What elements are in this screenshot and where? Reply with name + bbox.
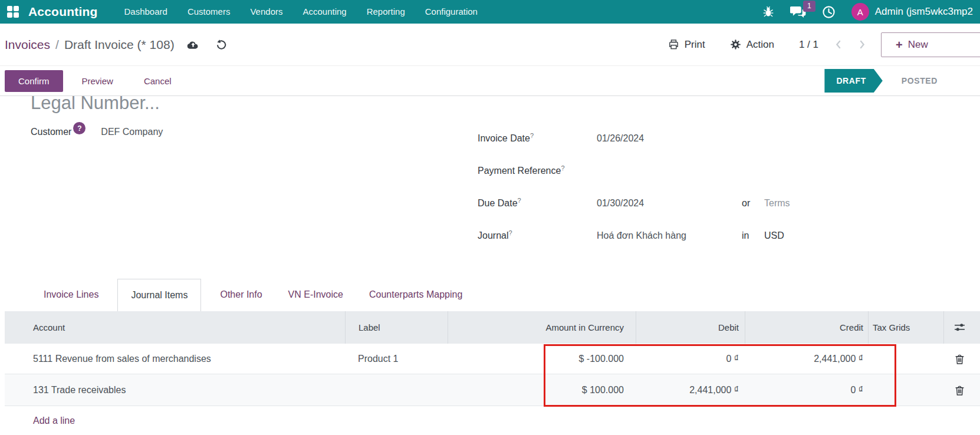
form-statusbar: Confirm Preview Cancel DRAFT POSTED [0, 66, 980, 96]
journal-conjunction: in [742, 230, 764, 241]
nav-item-customers[interactable]: Customers [177, 0, 241, 24]
due-date-row: Due Date? 01/30/2024 or Terms [478, 187, 980, 219]
help-mark: ? [530, 132, 534, 139]
tab-vn-e-invoice[interactable]: VN E-Invoice [275, 279, 356, 311]
user-menu[interactable]: A Admin (jsm5wkc3mp2 [851, 3, 973, 21]
tab-counterparts-mapping[interactable]: Counterparts Mapping [356, 279, 475, 311]
journal-row: Journal? Hoá đơn Khách hàng in USD [478, 219, 980, 252]
column-header-account: Account [5, 311, 345, 344]
table-header-row: Account Label Amount in Currency Debit C… [5, 311, 980, 344]
column-header-amount-in-currency: Amount in Currency [448, 311, 636, 344]
due-date-conjunction: or [742, 198, 764, 209]
plus-icon: + [896, 41, 903, 49]
breadcrumb-separator: / [55, 38, 59, 52]
top-navbar: Accounting Dashboard Customers Vendors A… [0, 0, 980, 24]
cell-debit[interactable]: 2,441,000 ₫ [636, 385, 745, 396]
trash-icon [955, 385, 964, 396]
print-button[interactable]: Print [668, 39, 705, 51]
pager-next-icon[interactable] [859, 39, 866, 50]
trash-icon [955, 354, 964, 364]
customer-label: Customer [31, 127, 71, 137]
add-line-row: Add a line [5, 406, 980, 426]
invoice-form-sheet: Legal Number... Customer ? DEF Company I… [0, 96, 980, 435]
new-button[interactable]: + New [881, 32, 980, 57]
help-mark: ? [518, 197, 521, 204]
pager-counter: 1 / 1 [799, 39, 818, 51]
column-header-label: Label [345, 311, 448, 344]
avatar: A [851, 3, 869, 21]
cell-amount-in-currency[interactable]: $ -100.000 [448, 354, 636, 364]
column-header-debit: Debit [636, 311, 745, 344]
invoice-date-label: Invoice Date? [478, 132, 597, 144]
nav-item-reporting[interactable]: Reporting [357, 0, 415, 24]
breadcrumb-invoices-link[interactable]: Invoices [5, 38, 50, 52]
journal-value[interactable]: Hoá đơn Khách hàng [597, 230, 742, 241]
discard-undo-icon[interactable] [215, 39, 227, 51]
payment-reference-label: Payment Reference? [478, 164, 597, 176]
payment-reference-row: Payment Reference? [478, 154, 980, 187]
journal-items-table: Account Label Amount in Currency Debit C… [5, 311, 980, 426]
message-count-badge: 1 [803, 1, 815, 12]
messages-icon[interactable]: 1 [790, 6, 806, 18]
due-date-value[interactable]: 01/30/2024 [597, 198, 742, 209]
delete-row-button[interactable] [943, 354, 975, 364]
journal-label: Journal? [478, 229, 597, 241]
column-header-credit: Credit [745, 311, 868, 344]
gear-icon [730, 39, 741, 50]
delete-row-button[interactable] [943, 385, 975, 396]
tab-invoice-lines[interactable]: Invoice Lines [31, 279, 111, 311]
customer-help-badge: ? [73, 122, 85, 134]
cell-account[interactable]: 5111 Revenue from sales of merchandises [5, 354, 345, 364]
payment-terms-link[interactable]: Terms [764, 198, 790, 209]
nav-item-dashboard[interactable]: Dashboard [114, 0, 177, 24]
tab-journal-items[interactable]: Journal Items [117, 279, 201, 311]
print-icon [668, 39, 679, 50]
activities-clock-icon[interactable] [822, 5, 836, 19]
sliders-icon [954, 323, 965, 332]
debug-bug-icon[interactable] [762, 6, 774, 18]
tab-other-info[interactable]: Other Info [207, 279, 275, 311]
cell-account[interactable]: 131 Trade receivables [5, 385, 345, 396]
column-header-tax-grids: Tax Grids [868, 311, 943, 344]
invoice-date-value[interactable]: 01/26/2024 [597, 133, 742, 144]
help-mark: ? [561, 164, 564, 172]
action-label: Action [746, 39, 774, 51]
apps-menu-icon[interactable] [7, 6, 19, 18]
breadcrumb: Invoices / Draft Invoice (* 108) [5, 38, 175, 52]
journal-currency: USD [764, 230, 784, 241]
preview-button[interactable]: Preview [70, 70, 125, 92]
due-date-label: Due Date? [478, 197, 597, 209]
nav-item-configuration[interactable]: Configuration [415, 0, 488, 24]
optional-columns-button[interactable] [943, 311, 975, 344]
user-name: Admin (jsm5wkc3mp2 [875, 6, 973, 18]
cancel-button[interactable]: Cancel [132, 70, 183, 92]
action-button[interactable]: Action [730, 39, 774, 51]
nav-item-vendors[interactable]: Vendors [240, 0, 292, 24]
control-panel: Invoices / Draft Invoice (* 108) [0, 24, 980, 66]
save-cloud-icon[interactable] [186, 39, 200, 50]
cell-amount-in-currency[interactable]: $ 100.000 [448, 385, 636, 396]
table-row: 131 Trade receivables $ 100.000 2,441,00… [5, 374, 980, 406]
customer-value[interactable]: DEF Company [101, 127, 163, 137]
table-row: 5111 Revenue from sales of merchandises … [5, 344, 980, 374]
app-title: Accounting [28, 5, 98, 19]
notebook-tabs: Invoice Lines Journal Items Other Info V… [0, 279, 980, 311]
breadcrumb-current: Draft Invoice (* 108) [64, 38, 175, 52]
add-a-line-link[interactable]: Add a line [33, 416, 75, 426]
nav-item-accounting[interactable]: Accounting [292, 0, 356, 24]
cell-credit[interactable]: 0 ₫ [745, 385, 868, 396]
cell-debit[interactable]: 0 ₫ [636, 354, 745, 364]
help-mark: ? [508, 229, 512, 236]
cell-credit[interactable]: 2,441,000 ₫ [745, 354, 868, 364]
invoice-date-row: Invoice Date? 01/26/2024 [478, 122, 980, 154]
legal-number-field[interactable]: Legal Number... [31, 96, 980, 115]
status-draft-badge[interactable]: DRAFT [824, 69, 882, 93]
pager-previous-icon[interactable] [835, 39, 841, 50]
new-label: New [908, 39, 928, 51]
confirm-button[interactable]: Confirm [5, 70, 63, 92]
print-label: Print [685, 39, 705, 51]
status-posted[interactable]: POSTED [902, 76, 938, 85]
cell-label[interactable]: Product 1 [345, 354, 448, 364]
